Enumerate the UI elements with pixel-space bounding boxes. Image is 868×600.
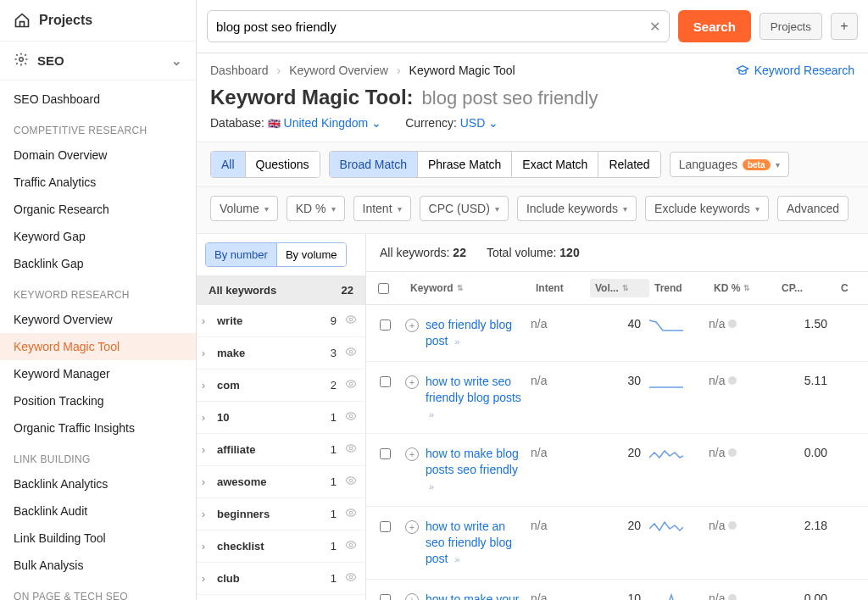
row-checkbox[interactable]	[380, 521, 391, 532]
tab-related[interactable]: Related	[598, 152, 659, 177]
filter-kd[interactable]: KD %▾	[287, 196, 345, 221]
svg-point-2	[349, 350, 353, 353]
filter-advanced[interactable]: Advanced	[777, 196, 849, 221]
add-keyword-icon[interactable]: +	[405, 375, 419, 389]
languages-dropdown[interactable]: Languages beta ▾	[670, 152, 789, 177]
sidebar-item[interactable]: Domain Overview	[0, 142, 196, 169]
breadcrumb[interactable]: Dashboard	[210, 64, 269, 77]
row-checkbox[interactable]	[380, 448, 391, 459]
sidebar-item[interactable]: Backlink Analytics	[0, 470, 196, 497]
clear-search-icon[interactable]: ✕	[649, 19, 660, 35]
sidebar-item[interactable]: Keyword Gap	[0, 223, 196, 250]
kg-item[interactable]: ›affiliate1	[197, 434, 365, 466]
kg-by-volume[interactable]: By volume	[276, 243, 346, 266]
eye-icon[interactable]	[345, 346, 357, 360]
tab-exact-match[interactable]: Exact Match	[511, 152, 598, 177]
svg-point-7	[349, 511, 353, 514]
sidebar-item-seo-dashboard[interactable]: SEO Dashboard	[0, 86, 196, 113]
home-icon	[14, 12, 31, 29]
filter-include[interactable]: Include keywords▾	[517, 196, 637, 221]
row-checkbox[interactable]	[380, 319, 391, 331]
kg-item[interactable]: ›101	[197, 402, 365, 434]
eye-icon[interactable]	[345, 539, 357, 553]
kg-item[interactable]: ›com2	[197, 369, 365, 402]
chevron-right-icon: ›	[202, 541, 212, 553]
eye-icon[interactable]	[345, 475, 357, 489]
keyword-link[interactable]: how to make blog posts seo friendly »	[426, 446, 524, 494]
eye-icon[interactable]	[345, 410, 357, 425]
add-keyword-icon[interactable]: +	[405, 593, 419, 600]
add-keyword-icon[interactable]: +	[405, 319, 419, 332]
keyword-link[interactable]: seo friendly blog post »	[426, 317, 524, 349]
col-volume[interactable]: Vol...⇅	[590, 279, 649, 297]
cell-trend	[649, 446, 709, 464]
keyword-research-link[interactable]: Keyword Research	[736, 64, 854, 77]
search-input[interactable]	[216, 19, 643, 34]
keyword-link[interactable]: how to make your blog posts seo friendly…	[426, 592, 524, 600]
eye-icon[interactable]	[345, 571, 357, 586]
select-all-checkbox[interactable]	[378, 283, 389, 294]
tab-phrase-match[interactable]: Phrase Match	[417, 152, 511, 177]
table-row: +how to make blog posts seo friendly »n/…	[366, 434, 868, 507]
svg-point-3	[349, 382, 353, 386]
add-keyword-icon[interactable]: +	[405, 520, 419, 534]
sidebar-item[interactable]: Bulk Analysis	[0, 552, 196, 579]
projects-dropdown[interactable]: Projects	[760, 13, 822, 40]
kg-item-count: 2	[331, 379, 337, 392]
col-cpc[interactable]: CP...	[776, 279, 836, 297]
tab-all[interactable]: All	[211, 152, 245, 177]
col-kd[interactable]: KD %⇅	[709, 279, 776, 297]
currency-selector[interactable]: Currency: USD ⌄	[405, 116, 498, 130]
sidebar-item[interactable]: Position Tracking	[0, 387, 196, 414]
filter-exclude[interactable]: Exclude keywords▾	[645, 196, 769, 221]
chevron-right-icon: ›	[202, 476, 212, 488]
kd-dot-icon	[728, 319, 737, 328]
sidebar-item[interactable]: Organic Research	[0, 196, 196, 223]
kg-item[interactable]: ›beginners1	[197, 498, 365, 531]
col-keyword[interactable]: Keyword⇅	[405, 279, 531, 297]
search-button[interactable]: Search	[678, 10, 751, 42]
projects-header[interactable]: Projects	[0, 0, 196, 42]
svg-point-1	[349, 318, 353, 321]
tab-questions[interactable]: Questions	[245, 152, 320, 177]
cell-volume: 40	[590, 317, 649, 331]
filter-volume[interactable]: Volume▾	[210, 196, 278, 221]
database-selector[interactable]: Database: 🇬🇧 United Kingdom ⌄	[210, 116, 381, 130]
kg-all-keywords[interactable]: All keywords 22	[197, 275, 365, 305]
eye-icon[interactable]	[345, 314, 357, 328]
row-checkbox[interactable]	[380, 594, 391, 600]
breadcrumb[interactable]: Keyword Overview	[289, 64, 388, 77]
sidebar-item[interactable]: Keyword Magic Tool	[0, 333, 196, 360]
tab-group-type: All Questions	[210, 151, 320, 178]
sidebar-item[interactable]: Link Building Tool	[0, 525, 196, 552]
add-project-button[interactable]: +	[831, 13, 858, 40]
sidebar-item[interactable]: Backlink Audit	[0, 497, 196, 525]
kg-item[interactable]: ›awesome1	[197, 466, 365, 498]
kg-item[interactable]: ›club1	[197, 563, 365, 595]
sidebar-item[interactable]: Organic Traffic Insights	[0, 414, 196, 442]
svg-point-4	[349, 414, 353, 418]
col-intent[interactable]: Intent	[531, 279, 590, 297]
add-keyword-icon[interactable]: +	[405, 447, 419, 461]
sidebar-item[interactable]: Traffic Analytics	[0, 169, 196, 196]
seo-section-toggle[interactable]: SEO ⌄	[0, 42, 196, 81]
filter-intent[interactable]: Intent▾	[353, 196, 411, 221]
kg-item[interactable]: ›checklist1	[197, 531, 365, 563]
stat-total-volume: Total volume: 120	[487, 246, 580, 259]
sidebar-item[interactable]: Keyword Overview	[0, 306, 196, 333]
kg-by-number[interactable]: By number	[206, 243, 276, 266]
eye-icon[interactable]	[345, 442, 357, 457]
col-c[interactable]: C	[836, 279, 861, 297]
tab-broad-match[interactable]: Broad Match	[330, 152, 417, 177]
keyword-link[interactable]: how to write an seo friendly blog post »	[426, 519, 524, 567]
keyword-link[interactable]: how to write seo friendly blog posts »	[426, 374, 524, 422]
filter-cpc[interactable]: CPC (USD)▾	[420, 196, 509, 221]
row-checkbox[interactable]	[380, 376, 391, 387]
svg-point-8	[349, 543, 353, 547]
sidebar-item[interactable]: Keyword Manager	[0, 360, 196, 387]
kg-item[interactable]: ›make3	[197, 337, 365, 369]
eye-icon[interactable]	[345, 378, 357, 392]
eye-icon[interactable]	[345, 507, 357, 521]
kg-item[interactable]: ›write9	[197, 305, 365, 337]
sidebar-item[interactable]: Backlink Gap	[0, 250, 196, 277]
